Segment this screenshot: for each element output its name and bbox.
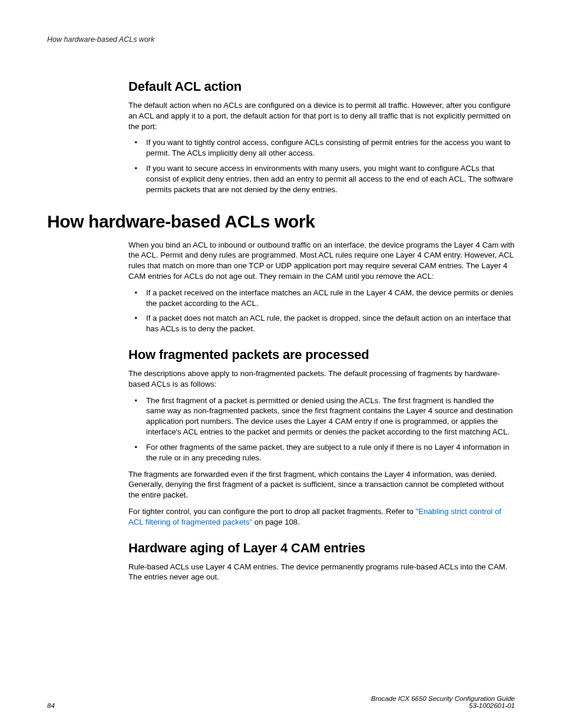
paragraph: The fragments are forwarded even if the … xyxy=(128,469,515,500)
document-page: How hardware-based ACLs work Default ACL… xyxy=(0,0,562,728)
list-item: If you want to secure access in environm… xyxy=(144,163,515,195)
footer-doc-info: Brocade ICX 6650 Security Configuration … xyxy=(371,695,515,709)
text-span: For tighter control, you can configure t… xyxy=(128,507,415,516)
text-span: on page 108. xyxy=(252,518,300,526)
heading-fragmented-packets: How fragmented packets are processed xyxy=(128,347,515,363)
heading-default-acl-action: Default ACL action xyxy=(128,79,515,94)
paragraph-with-link: For tighter control, you can configure t… xyxy=(128,506,515,528)
paragraph: Rule-based ACLs use Layer 4 CAM entries.… xyxy=(128,562,515,583)
heading-how-hardware-based-acls-work: How hardware-based ACLs work xyxy=(47,212,515,232)
footer-doc-number: 53-1002601-01 xyxy=(371,702,515,709)
paragraph: When you bind an ACL to inbound or outbo… xyxy=(128,240,515,282)
list-item: If a packet received on the interface ma… xyxy=(144,288,515,309)
footer-title: Brocade ICX 6650 Security Configuration … xyxy=(371,695,515,702)
page-footer: 84 Brocade ICX 6650 Security Configurati… xyxy=(47,695,515,709)
paragraph: The default action when no ACLs are conf… xyxy=(128,100,515,131)
bullet-list: If a packet received on the interface ma… xyxy=(128,288,515,334)
heading-hardware-aging: Hardware aging of Layer 4 CAM entries xyxy=(128,541,515,556)
paragraph: The descriptions above apply to non-frag… xyxy=(128,368,515,390)
content-block-default-acl: Default ACL action The default action wh… xyxy=(128,79,515,195)
list-item: If you want to tightly control access, c… xyxy=(144,137,515,159)
page-number: 84 xyxy=(47,702,55,709)
list-item: The first fragment of a packet is permit… xyxy=(144,396,515,437)
bullet-list: If you want to tightly control access, c… xyxy=(128,137,515,195)
running-header: How hardware-based ACLs work xyxy=(47,35,515,44)
content-block-how-acls-work: When you bind an ACL to inbound or outbo… xyxy=(128,240,515,583)
list-item: For other fragments of the same packet, … xyxy=(144,442,515,463)
list-item: If a packet does not match an ACL rule, … xyxy=(144,313,515,334)
bullet-list: The first fragment of a packet is permit… xyxy=(128,396,515,463)
